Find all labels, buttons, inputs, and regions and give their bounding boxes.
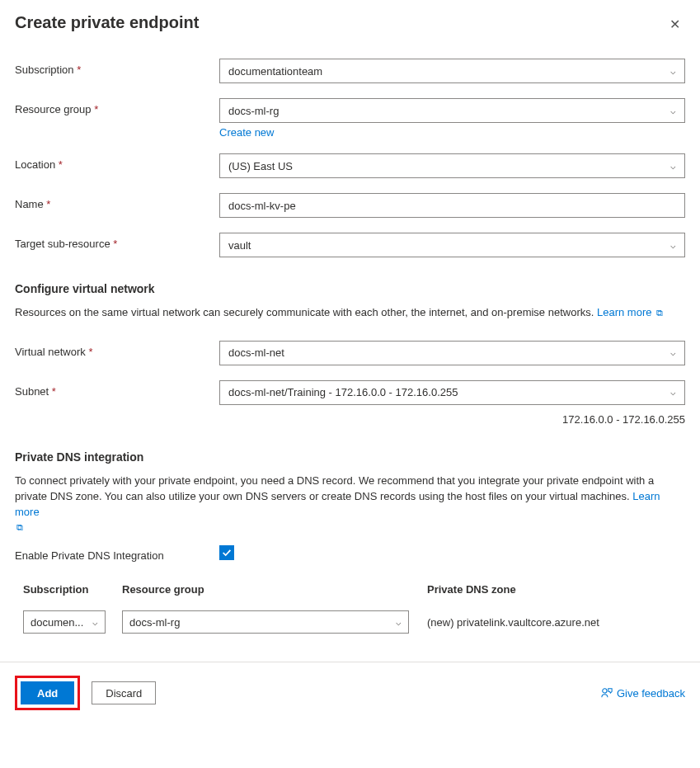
resource-group-label: Resource group *	[15, 98, 219, 115]
enable-dns-label: Enable Private DNS Integration	[15, 544, 219, 562]
resource-group-select[interactable]: docs-ml-rg ⌵	[219, 98, 685, 123]
dns-head-private-dns-zone: Private DNS zone	[427, 583, 677, 596]
dns-head-resource-group: Resource group	[122, 583, 427, 596]
external-link-icon: ⧉	[16, 522, 23, 532]
name-label: Name *	[15, 193, 219, 210]
subnet-label: Subnet *	[15, 380, 219, 398]
discard-button[interactable]: Discard	[92, 681, 156, 704]
virtual-network-select[interactable]: docs-ml-net ⌵	[219, 341, 685, 365]
subnet-select[interactable]: docs-ml-net/Training - 172.16.0.0 - 172.…	[219, 380, 685, 405]
external-link-icon: ⧉	[656, 308, 663, 318]
dns-table-row: documen... ⌵ docs-ml-rg ⌵ (new) privatel…	[23, 610, 677, 634]
add-button[interactable]: Add	[21, 681, 74, 704]
target-sub-resource-label: Target sub-resource *	[15, 233, 219, 250]
dns-subscription-select[interactable]: documen... ⌵	[23, 610, 106, 634]
dns-section-title: Private DNS integration	[15, 450, 685, 464]
target-sub-resource-select[interactable]: vault ⌵	[219, 233, 685, 257]
add-button-highlight: Add	[15, 676, 80, 710]
chevron-down-icon: ⌵	[92, 617, 98, 628]
chevron-down-icon: ⌵	[670, 161, 676, 172]
dns-zone-value: (new) privatelink.vaultcore.azure.net	[427, 616, 599, 629]
dns-section-desc: To connect privately with your private e…	[15, 474, 685, 535]
chevron-down-icon: ⌵	[670, 240, 676, 251]
chevron-down-icon: ⌵	[670, 387, 676, 398]
dns-head-subscription: Subscription	[23, 583, 122, 596]
vnet-section-title: Configure virtual network	[15, 282, 685, 295]
chevron-down-icon: ⌵	[670, 106, 676, 116]
chevron-down-icon: ⌵	[670, 347, 676, 358]
give-feedback-link[interactable]: Give feedback	[601, 687, 685, 700]
subscription-label: Subscription *	[15, 59, 219, 76]
virtual-network-label: Virtual network *	[15, 341, 219, 358]
subnet-range-note: 172.16.0.0 - 172.16.0.255	[15, 413, 685, 426]
dns-resource-group-select[interactable]: docs-ml-rg ⌵	[122, 610, 409, 634]
page-title: Create private endpoint	[15, 13, 199, 32]
chevron-down-icon: ⌵	[670, 66, 676, 77]
location-select[interactable]: (US) East US ⌵	[219, 153, 685, 178]
subscription-select[interactable]: documentationteam ⌵	[219, 59, 685, 83]
vnet-section-desc: Resources on the same virtual network ca…	[15, 305, 685, 321]
create-new-link[interactable]: Create new	[219, 126, 685, 139]
person-feedback-icon	[601, 687, 613, 699]
location-label: Location *	[15, 153, 219, 171]
dns-table: Subscription Resource group Private DNS …	[15, 583, 685, 645]
close-icon[interactable]: ✕	[665, 13, 685, 35]
chevron-down-icon: ⌵	[396, 617, 402, 628]
name-input[interactable]	[219, 193, 685, 218]
vnet-learn-more-link[interactable]: Learn more ⧉	[597, 306, 663, 318]
checkmark-icon	[221, 547, 233, 558]
enable-dns-checkbox[interactable]	[219, 545, 234, 560]
